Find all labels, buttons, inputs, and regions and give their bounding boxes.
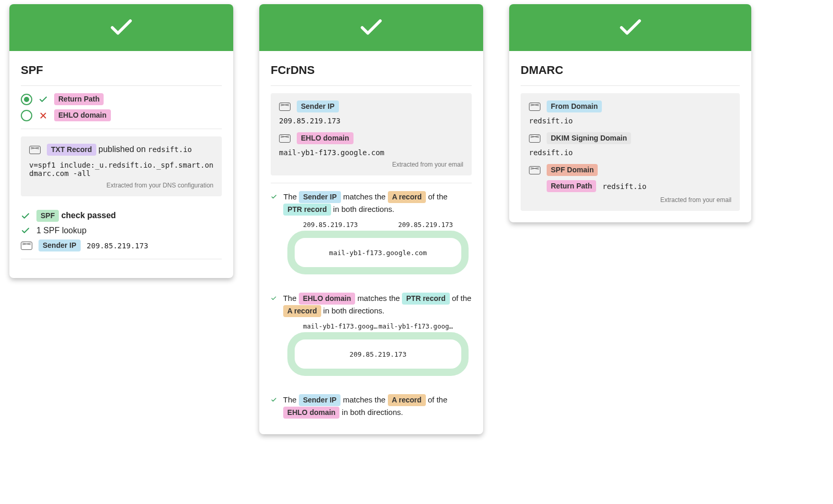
- a-record-pill: A record: [388, 191, 426, 203]
- track1-right: 209.85.219.173: [398, 221, 453, 229]
- ehlo-domain-pill: EHLO domain: [283, 407, 340, 419]
- check-icon: [39, 95, 48, 104]
- spf-lookup-text: 1 SPF lookup: [36, 226, 86, 235]
- spf-lookup-row: 1 SPF lookup: [21, 226, 222, 235]
- arrows-left-icon: ←←←←←←←←: [301, 266, 455, 274]
- check-icon: [108, 14, 135, 41]
- divider: [21, 259, 222, 259]
- dkim-domain-pill: DKIM Signing Domain: [547, 132, 631, 144]
- ptr-record-pill: PTR record: [402, 293, 449, 305]
- divider: [21, 129, 222, 129]
- envelope-icon: [279, 134, 291, 143]
- spf-sender-ip-row: Sender IP 209.85.219.173: [21, 240, 222, 251]
- sender-ip-pill: Sender IP: [299, 394, 341, 406]
- dmarc-from-value: redsift.io: [529, 117, 731, 125]
- spf-txt-value: v=spf1 include:_u.redsift.io._spf.smart.…: [29, 161, 213, 178]
- track2-right: mail-yb1-f173.goog…: [378, 322, 453, 330]
- dmarc-title: DMARC: [521, 64, 740, 77]
- text: of the: [428, 192, 448, 201]
- fcrdns-input-block: Sender IP 209.85.219.173 EHLO domain mai…: [271, 93, 472, 175]
- ehlo-domain-pill: EHLO domain: [297, 132, 354, 144]
- dmarc-card: DMARC From Domain redsift.io DKIM Signin…: [509, 4, 751, 222]
- dmarc-return-path-value: redsift.io: [602, 182, 646, 191]
- a-record-pill: A record: [283, 305, 321, 317]
- divider: [271, 85, 472, 86]
- spf-check-passed: SPF check passed: [21, 210, 222, 222]
- text: matches the: [343, 395, 388, 404]
- sender-ip-marker: [307, 231, 313, 238]
- ehlo-marker: [307, 332, 313, 339]
- fcrdns-sender-ip: 209.85.219.173: [279, 117, 463, 125]
- ehlo-domain-pill: EHLO domain: [54, 109, 111, 121]
- fcrdns-card: FCrDNS Sender IP 209.85.219.173 EHLO dom…: [259, 4, 483, 434]
- envelope-icon: [21, 242, 32, 250]
- arrows-left-icon: ←←←←←←←←: [301, 368, 455, 375]
- spf-sender-ip: 209.85.219.173: [87, 242, 148, 250]
- envelope-icon: [529, 103, 540, 111]
- radio-selected-icon[interactable]: [21, 94, 32, 105]
- ptr-record-marker: [375, 267, 381, 274]
- text: The: [283, 192, 299, 201]
- check-icon: [21, 226, 30, 235]
- track1-center: mail-yb1-f173.google.com: [295, 238, 461, 267]
- spf-extracted-note: Extracted from your DNS configuration: [29, 182, 213, 189]
- a-record-marker: [375, 369, 381, 376]
- fcrdns-result-2: The EHLO domain matches the PTR record o…: [271, 292, 472, 317]
- envelope-icon: [529, 166, 540, 174]
- dmarc-status-header: [509, 4, 751, 51]
- envelope-icon: [529, 134, 540, 143]
- a-record-marker: [443, 231, 449, 238]
- ehlo-domain-pill: EHLO domain: [299, 293, 356, 305]
- text: in both directions.: [323, 306, 385, 315]
- text: The: [283, 395, 299, 404]
- envelope-icon: [279, 103, 291, 111]
- track2-center: 209.85.219.173: [295, 339, 461, 369]
- fcrdns-track-2: mail-yb1-f173.goog… mail-yb1-f173.goog… …: [287, 322, 469, 376]
- fcrdns-status-header: [259, 4, 483, 51]
- spf-option-ehlo[interactable]: EHLO domain: [21, 109, 222, 121]
- dmarc-extracted-note: Extracted from your email: [529, 196, 731, 204]
- published-domain: redsift.io: [148, 145, 192, 154]
- fcrdns-result-3: The Sender IP matches the A record of th…: [271, 394, 472, 419]
- spf-check-suffix: check passed: [61, 211, 116, 220]
- fcrdns-extracted-note: Extracted from your email: [279, 161, 463, 168]
- track2-left: mail-yb1-f173.goog…: [303, 322, 377, 330]
- from-domain-pill: From Domain: [547, 100, 602, 112]
- text: matches the: [343, 192, 388, 201]
- check-icon: [21, 211, 30, 221]
- spf-title: SPF: [21, 64, 222, 77]
- text: of the: [452, 294, 472, 303]
- text: The: [283, 294, 299, 303]
- track1-left: 209.85.219.173: [303, 221, 358, 229]
- cross-icon: [39, 111, 48, 120]
- dmarc-block: From Domain redsift.io DKIM Signing Doma…: [521, 93, 740, 211]
- fcrdns-result-1: The Sender IP matches the A record of th…: [271, 191, 472, 216]
- ptr-record-pill: PTR record: [283, 204, 331, 216]
- text: in both directions.: [342, 408, 403, 417]
- spf-card: SPF Return Path EHLO domain TXT Record: [9, 4, 233, 278]
- radio-empty-icon[interactable]: [21, 110, 32, 121]
- text: in both directions.: [333, 205, 395, 213]
- divider: [521, 85, 740, 86]
- fcrdns-ehlo-value: mail-yb1-f173.google.com: [279, 148, 463, 157]
- spf-txt-block: TXT Record published on redsift.io v=spf…: [21, 136, 222, 196]
- sender-ip-pill: Sender IP: [297, 100, 339, 112]
- check-icon: [271, 395, 277, 405]
- spf-pill: SPF: [36, 210, 59, 222]
- divider: [21, 85, 222, 86]
- divider: [271, 183, 472, 183]
- fcrdns-title: FCrDNS: [271, 64, 472, 77]
- spf-status-header: [9, 4, 233, 51]
- envelope-icon: [29, 146, 41, 154]
- ptr-record-marker: [443, 332, 449, 339]
- text: of the: [428, 395, 448, 404]
- spf-option-return-path[interactable]: Return Path: [21, 93, 222, 105]
- a-record-pill: A record: [388, 394, 426, 406]
- spf-domain-pill: SPF Domain: [547, 164, 598, 176]
- txt-record-pill: TXT Record: [47, 144, 96, 156]
- return-path-pill: Return Path: [547, 180, 596, 192]
- dmarc-dkim-value: redsift.io: [529, 148, 731, 157]
- return-path-pill: Return Path: [54, 93, 104, 105]
- check-icon: [271, 294, 277, 303]
- sender-ip-pill: Sender IP: [299, 191, 341, 203]
